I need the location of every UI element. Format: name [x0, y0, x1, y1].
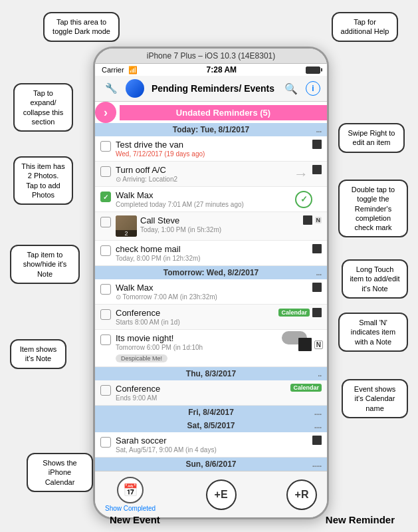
fri-header: Fri, 8/4/2017 .... — [95, 406, 327, 419]
calendar-icon[interactable]: 📅 — [117, 477, 144, 503]
thu-header: Thu, 8/3/2017 .. — [95, 367, 327, 380]
green-check-circle: ✓ — [295, 191, 312, 208]
item-call-steve-content: Call Steve Today, 1:00 PM (in 5h:32m) — [140, 215, 300, 233]
calendar-label: Show Completed — [105, 505, 156, 512]
checkbox-movie-night[interactable] — [100, 334, 111, 345]
new-event-button[interactable]: +E — [206, 479, 237, 510]
photo-count-badge: 2 — [116, 230, 137, 237]
item-conference-2[interactable]: Conference Ends 9:00 AM Calendar — [95, 380, 327, 406]
fri-dots: .... — [314, 409, 322, 416]
item-sarah-soccer-date: Sat, Aug/5/17, 9:00 AM (in 4 days) — [116, 446, 310, 454]
today-dots: ... — [316, 126, 322, 134]
item-sarah-soccer-title: Sarah soccer — [116, 436, 310, 446]
label-new-event: New Event — [110, 514, 160, 525]
item-conference-1-date: Starts 8:00 AM (in 1d) — [116, 319, 276, 326]
item-square-walk2 — [312, 283, 322, 292]
item-test-drive-title: Test drive the van — [116, 140, 310, 150]
tomorrow-dots: ... — [316, 269, 322, 277]
callout-expand: Tap to expand/ collapse this section — [13, 83, 73, 132]
main-toolbar: 🔧 Pending Reminders/ Events 🔍 i — [95, 76, 327, 102]
photo-thumbnail[interactable]: 2 — [116, 215, 137, 237]
callout-dark-mode: Tap this area to toggle Dark mode — [43, 12, 120, 42]
checkbox-test-drive[interactable] — [100, 141, 111, 152]
today-header: Today: Tue, 8/1/2017 ... — [95, 123, 327, 136]
item-call-steve[interactable]: 2 Call Steve Today, 1:00 PM (in 5h:32m) … — [95, 212, 327, 241]
item-walk-max-title: Walk Max — [116, 190, 322, 200]
item-ac[interactable]: Turn ooff A/C ⊙ Arriving: Location2 → — [95, 162, 327, 187]
title-bar: iPhone 7 Plus – iOS 10.3 (14E8301) — [95, 49, 327, 64]
item-conference-2-date: Ends 9:00 AM — [116, 394, 288, 402]
new-reminder-button[interactable]: +R — [286, 479, 317, 510]
checkbox-ac[interactable] — [100, 166, 111, 177]
item-call-steve-right: N — [303, 215, 322, 225]
callout-show-note: Tap item to show/hide it's Note — [10, 245, 80, 284]
item-conference-1-title: Conference — [116, 308, 276, 318]
checkbox-sarah-soccer[interactable] — [100, 437, 111, 448]
callout-swipe-right: Swipe Right to edit an item — [338, 123, 405, 153]
info-icon[interactable]: i — [306, 81, 320, 96]
item-check-mail[interactable]: check home mail Today, 8:00 PM (in 12h:3… — [95, 241, 327, 266]
sat-header: Sat, 8/5/2017 .... — [95, 419, 327, 432]
item-conference-2-title: Conference — [116, 384, 288, 394]
calendar-button[interactable]: 📅 Show Completed — [105, 477, 156, 512]
checkbox-call-steve[interactable] — [100, 217, 111, 227]
item-ac-right — [312, 165, 322, 174]
callout-item-note: Item shows it's Note — [10, 339, 66, 369]
search-icon[interactable]: 🔍 — [282, 79, 300, 98]
carrier-label: Carrier 📶 — [102, 66, 138, 74]
globe-icon[interactable] — [126, 79, 144, 98]
item-ac-location: ⊙ Arriving: Location2 — [116, 176, 310, 183]
item-check-mail-right — [312, 244, 322, 253]
item-ac-title: Turn ooff A/C — [116, 165, 310, 175]
label-new-reminder: New Reminder — [326, 514, 395, 525]
item-conference-1-right: Calendar — [278, 308, 322, 317]
item-test-drive-date: Wed, 7/12/2017 (19 days ago) — [116, 150, 310, 158]
checkbox-conference-1[interactable] — [100, 309, 111, 320]
checkbox-walk-max[interactable] — [100, 192, 111, 202]
wifi-icon: 📶 — [128, 66, 138, 74]
item-call-steve-date: Today, 1:00 PM (in 5h:32m) — [140, 226, 300, 233]
item-walk-max-1[interactable]: Walk Max Completed today 7:01 AM (27 min… — [95, 187, 327, 212]
item-square-test-drive — [312, 140, 322, 149]
item-movie-night-right: N — [298, 338, 323, 351]
callout-small-n: Small 'N' indicates item with a Note — [338, 313, 408, 352]
toolbar-title: Pending Reminders/ Events — [150, 83, 276, 94]
callout-help: Tap for additional Help — [332, 12, 398, 42]
sun-header: Sun, 8/6/2017 ..... — [95, 458, 327, 471]
item-movie-night-date: Tomorrow 6:00 PM (in 1d:10h — [116, 344, 322, 351]
calendar-badge-conference-1: Calendar — [278, 309, 310, 317]
item-walk-max-2-right — [312, 283, 322, 292]
callout-shows-calendar: Shows the iPhone Calendar — [27, 453, 93, 492]
item-test-drive[interactable]: Test drive the van Wed, 7/12/2017 (19 da… — [95, 136, 327, 162]
tomorrow-header: Tomorrow: Wed, 8/2/2017 ... — [95, 266, 327, 279]
item-square-conf1 — [312, 308, 322, 317]
item-test-drive-right — [312, 140, 322, 149]
settings-icon[interactable]: 🔧 — [102, 79, 120, 98]
expand-button[interactable]: › — [95, 102, 116, 123]
item-square-call-steve — [303, 215, 312, 225]
sun-dots: ..... — [312, 461, 322, 468]
thu-dots: .. — [318, 370, 322, 378]
item-sarah-soccer[interactable]: Sarah soccer Sat, Aug/5/17, 9:00 AM (in … — [95, 432, 327, 458]
movie-note-bubble: Despicable Me! — [116, 354, 167, 362]
item-conference-1[interactable]: Conference Starts 8:00 AM (in 1d) Calend… — [95, 305, 327, 330]
item-conference-2-right: Calendar — [290, 384, 322, 392]
callout-double-tap: Double tap to toggle the Reminder's comp… — [338, 180, 408, 237]
checkbox-walk-max-2[interactable] — [100, 284, 111, 295]
item-sarah-soccer-right — [312, 436, 322, 445]
item-movie-night[interactable]: Its movie night! Tomorrow 6:00 PM (in 1d… — [95, 330, 327, 367]
callout-long-touch: Long Touch item to add/edit it's Note — [342, 259, 408, 299]
checkmark-icon: ✓ — [300, 194, 308, 204]
item-square-mail — [312, 244, 322, 253]
item-square-movie — [298, 338, 312, 351]
item-check-mail-content: check home mail Today, 8:00 PM (in 12h:3… — [116, 244, 310, 262]
checkbox-check-mail[interactable] — [100, 245, 111, 256]
calendar-badge-conference-2: Calendar — [290, 384, 322, 392]
item-test-drive-content: Test drive the van Wed, 7/12/2017 (19 da… — [116, 140, 310, 158]
item-walk-max-2[interactable]: Walk Max ⊙ Tomorrow 7:00 AM (in 23h:32m) — [95, 279, 327, 305]
battery-indicator — [306, 66, 320, 74]
undated-section-row: › Undated Reminders (5) — [95, 102, 327, 123]
checkbox-conference-2[interactable] — [100, 385, 111, 396]
item-check-mail-title: check home mail — [116, 244, 310, 254]
item-walk-max-2-date: ⊙ Tomorrow 7:00 AM (in 23h:32m) — [116, 293, 310, 301]
